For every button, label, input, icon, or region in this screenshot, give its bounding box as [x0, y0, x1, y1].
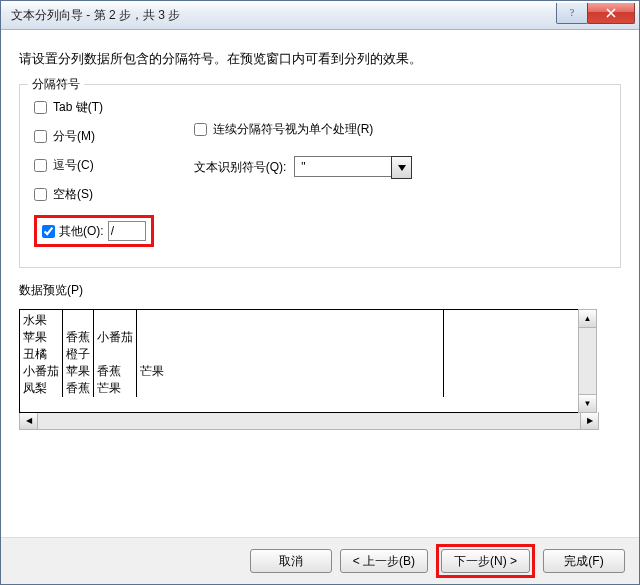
preview-cell: 丑橘 — [20, 346, 63, 363]
finish-button[interactable]: 完成(F) — [543, 549, 625, 573]
window-title: 文本分列向导 - 第 2 步，共 3 步 — [11, 7, 557, 24]
other-checkbox-row[interactable]: 其他(O): — [42, 223, 104, 240]
qualifier-input[interactable] — [294, 156, 391, 177]
close-icon — [606, 8, 616, 18]
preview-cell: 香蕉 — [94, 363, 137, 380]
delimiter-options-column: 连续分隔符号视为单个处理(R) 文本识别符号(Q): — [194, 95, 413, 247]
scroll-down-button[interactable]: ▼ — [579, 394, 596, 412]
comma-checkbox-row[interactable]: 逗号(C) — [34, 157, 154, 174]
comma-checkbox[interactable] — [34, 159, 47, 172]
help-button[interactable]: ? — [556, 3, 588, 24]
back-button[interactable]: < 上一步(B) — [340, 549, 428, 573]
consecutive-checkbox[interactable] — [194, 123, 207, 136]
consecutive-checkbox-row[interactable]: 连续分隔符号视为单个处理(R) — [194, 121, 413, 138]
semicolon-checkbox[interactable] — [34, 130, 47, 143]
preview-cell — [137, 380, 444, 397]
semicolon-checkbox-row[interactable]: 分号(M) — [34, 128, 154, 145]
chevron-down-icon — [398, 165, 406, 171]
tab-label: Tab 键(T) — [53, 99, 103, 116]
qualifier-label: 文本识别符号(Q): — [194, 159, 287, 176]
qualifier-combo[interactable] — [294, 156, 412, 179]
preview-cell: 苹果 — [20, 329, 63, 346]
instruction-text: 请设置分列数据所包含的分隔符号。在预览窗口内可看到分列的效果。 — [19, 50, 621, 68]
preview-label: 数据预览(P) — [19, 282, 621, 299]
next-button[interactable]: 下一步(N) > — [441, 549, 530, 573]
titlebar: 文本分列向导 - 第 2 步，共 3 步 ? — [1, 1, 639, 30]
other-label: 其他(O): — [59, 223, 104, 240]
tab-checkbox[interactable] — [34, 101, 47, 114]
preview-cell: 橙子 — [63, 346, 94, 363]
preview-cell — [137, 310, 444, 329]
preview-cell — [94, 310, 137, 329]
cancel-button[interactable]: 取消 — [250, 549, 332, 573]
window-buttons: ? — [557, 3, 635, 23]
qualifier-dropdown-button[interactable] — [391, 156, 412, 179]
scroll-up-button[interactable]: ▲ — [579, 310, 596, 328]
help-icon: ? — [567, 8, 577, 18]
preview-cell: 香蕉 — [63, 329, 94, 346]
text-qualifier-row: 文本识别符号(Q): — [194, 156, 413, 179]
svg-text:?: ? — [570, 8, 575, 18]
preview-cell — [63, 310, 94, 329]
preview-cell: 香蕉 — [63, 380, 94, 397]
semicolon-label: 分号(M) — [53, 128, 95, 145]
preview-table: 水果苹果香蕉小番茄丑橘橙子小番茄苹果香蕉芒果凤梨香蕉芒果 — [19, 309, 581, 413]
preview-cell: 小番茄 — [20, 363, 63, 380]
preview-cell: 苹果 — [63, 363, 94, 380]
other-delimiter-input[interactable] — [108, 221, 146, 241]
preview-cell — [137, 329, 444, 346]
space-checkbox[interactable] — [34, 188, 47, 201]
preview-cell: 芒果 — [137, 363, 444, 380]
chevron-left-icon: ◀ — [26, 416, 32, 425]
next-highlight: 下一步(N) > — [436, 544, 535, 578]
preview-cell: 小番茄 — [94, 329, 137, 346]
chevron-down-icon: ▼ — [584, 399, 592, 408]
space-label: 空格(S) — [53, 186, 93, 203]
delimiter-checkbox-column: Tab 键(T) 分号(M) 逗号(C) 空格(S) — [34, 95, 154, 247]
other-checkbox[interactable] — [42, 225, 55, 238]
delimiters-group: 分隔符号 Tab 键(T) 分号(M) 逗号(C) — [19, 84, 621, 268]
chevron-up-icon: ▲ — [584, 314, 592, 323]
consecutive-label: 连续分隔符号视为单个处理(R) — [213, 121, 374, 138]
scroll-left-button[interactable]: ◀ — [20, 412, 38, 429]
preview-cell — [94, 346, 137, 363]
wizard-dialog: 文本分列向导 - 第 2 步，共 3 步 ? 请设置分列数据所包含的分隔符号。在… — [0, 0, 640, 585]
other-highlight: 其他(O): — [34, 215, 154, 247]
preview-cell — [137, 346, 444, 363]
space-checkbox-row[interactable]: 空格(S) — [34, 186, 154, 203]
dialog-body: 请设置分列数据所包含的分隔符号。在预览窗口内可看到分列的效果。 分隔符号 Tab… — [1, 30, 639, 430]
preview-cell: 凤梨 — [20, 380, 63, 397]
preview-area: 水果苹果香蕉小番茄丑橘橙子小番茄苹果香蕉芒果凤梨香蕉芒果 ▲ ▼ — [19, 309, 597, 413]
close-button[interactable] — [587, 3, 635, 24]
horizontal-scrollbar[interactable]: ◀ ▶ — [19, 412, 599, 430]
scroll-right-button[interactable]: ▶ — [580, 412, 598, 429]
comma-label: 逗号(C) — [53, 157, 94, 174]
chevron-right-icon: ▶ — [587, 416, 593, 425]
preview-cell: 水果 — [20, 310, 63, 329]
tab-checkbox-row[interactable]: Tab 键(T) — [34, 99, 154, 116]
preview-cell: 芒果 — [94, 380, 137, 397]
delimiters-legend: 分隔符号 — [28, 76, 84, 93]
vertical-scrollbar[interactable]: ▲ ▼ — [578, 309, 597, 413]
button-bar: 取消 < 上一步(B) 下一步(N) > 完成(F) — [1, 537, 639, 584]
